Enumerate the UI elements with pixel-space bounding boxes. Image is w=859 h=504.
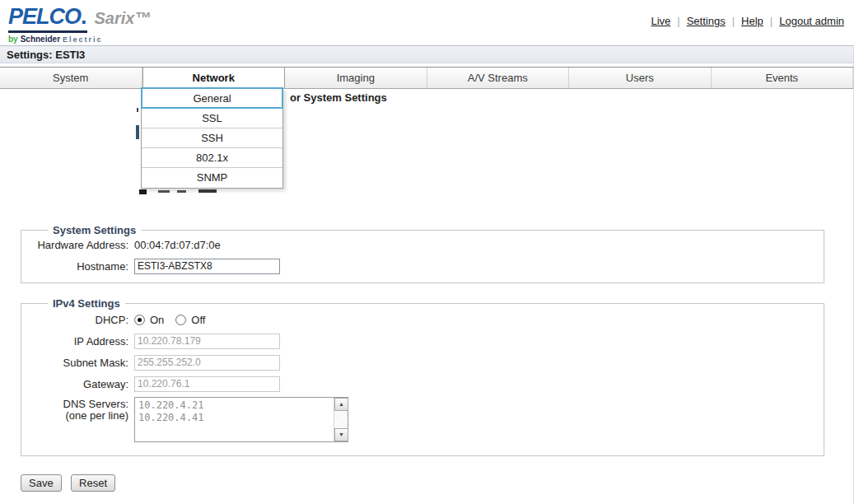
pelco-logo-text: PELCO.	[8, 4, 86, 29]
header-nav-links: Live|Settings|Help|Logout admin	[647, 15, 847, 27]
ipv4-settings-fieldset: IPv4 Settings DHCP: On Off IP Address: S…	[21, 297, 824, 456]
save-button[interactable]: Save	[21, 474, 62, 492]
dns-servers-textarea[interactable]: 10.220.4.21 10.220.4.41 ▲ ▼	[134, 397, 348, 442]
or-system-settings-text: or System Settings	[290, 91, 387, 104]
subnet-mask-input[interactable]	[134, 355, 280, 371]
dhcp-on-label: On	[150, 314, 164, 326]
settings-link[interactable]: Settings	[687, 15, 726, 27]
live-link[interactable]: Live	[651, 15, 670, 27]
tab-av-streams[interactable]: A/V Streams	[427, 68, 570, 88]
hardware-address-value: 00:04:7d:07:d7:0e	[134, 239, 221, 251]
pelco-sarix-logo: PELCO.Sarix™	[8, 5, 151, 28]
subnet-mask-label: Subnet Mask:	[21, 357, 128, 369]
obscured-content-fragment	[137, 108, 138, 112]
tab-users[interactable]: Users	[569, 68, 712, 88]
obscured-content-fragment	[139, 189, 147, 194]
system-settings-legend: System Settings	[48, 224, 141, 236]
logo-underline	[8, 30, 87, 33]
hostname-input[interactable]	[134, 259, 280, 274]
help-link[interactable]: Help	[741, 15, 763, 27]
gateway-input[interactable]	[134, 376, 280, 392]
logout-link[interactable]: Logout admin	[779, 15, 844, 27]
network-dropdown-menu: General SSL SSH 802.1x SNMP	[141, 88, 283, 189]
settings-title-bar: Settings: ESTI3	[0, 45, 853, 63]
scroll-down-icon[interactable]: ▼	[334, 428, 348, 441]
system-settings-fieldset: System Settings Hardware Address: 00:04:…	[21, 224, 824, 283]
tab-imaging[interactable]: Imaging	[285, 68, 427, 88]
main-tab-bar: System Network Imaging A/V Streams Users…	[0, 67, 853, 89]
dhcp-label: DHCP:	[21, 314, 128, 326]
ip-address-label: IP Address:	[21, 335, 128, 348]
textarea-scrollbar[interactable]: ▲ ▼	[334, 398, 348, 441]
dns-servers-value[interactable]: 10.220.4.21 10.220.4.41	[135, 398, 334, 441]
form-actions: Save Reset	[21, 474, 121, 492]
tab-system[interactable]: System	[0, 68, 142, 88]
obscured-content-fragment	[198, 189, 217, 193]
schneider-electric-logo: bySchneiderElectric	[8, 35, 103, 44]
dhcp-on-radio[interactable]	[134, 315, 145, 325]
tab-network[interactable]: Network	[142, 68, 286, 88]
dhcp-off-radio[interactable]	[175, 315, 186, 325]
dhcp-off-label: Off	[191, 314, 205, 326]
ip-address-input[interactable]	[134, 334, 280, 349]
gateway-label: Gateway:	[21, 378, 128, 390]
menu-item-snmp[interactable]: SNMP	[142, 168, 282, 188]
obscured-content-fragment	[177, 190, 186, 193]
header: PELCO.Sarix™ bySchneiderElectric Live|Se…	[0, 0, 859, 45]
hardware-address-label: Hardware Address:	[21, 239, 128, 251]
reset-button[interactable]: Reset	[71, 474, 115, 492]
content-right-edge	[853, 45, 854, 504]
menu-item-general[interactable]: General	[141, 87, 283, 109]
scroll-up-icon[interactable]: ▲	[334, 398, 348, 411]
hostname-label: Hostname:	[21, 260, 128, 273]
tab-events[interactable]: Events	[712, 68, 854, 88]
menu-item-ssl[interactable]: SSL	[142, 109, 282, 128]
sarix-logo-text: Sarix™	[95, 9, 152, 27]
dns-servers-label: DNS Servers: (one per line)	[21, 399, 128, 422]
page: PELCO.Sarix™ bySchneiderElectric Live|Se…	[0, 0, 859, 504]
ipv4-settings-legend: IPv4 Settings	[48, 297, 125, 310]
obscured-content-fragment	[158, 190, 170, 193]
obscured-content-fragment	[136, 125, 139, 139]
menu-item-8021x[interactable]: 802.1x	[142, 148, 282, 168]
menu-item-ssh[interactable]: SSH	[142, 128, 282, 148]
